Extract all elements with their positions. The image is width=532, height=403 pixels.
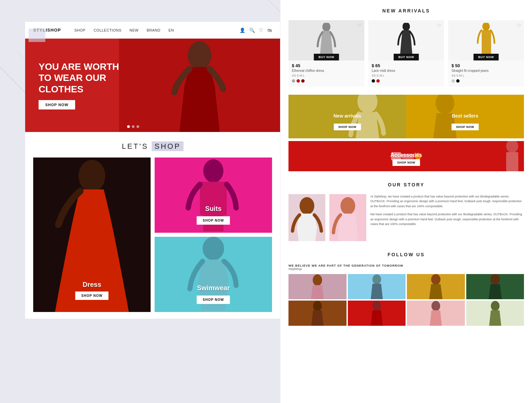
svg-rect-17 — [506, 152, 518, 171]
follow-subtitle: WE BELIEVE WE ARE PART OF THE GENERATION… — [288, 264, 524, 267]
buy-btn-2[interactable]: BUY NOW — [394, 54, 419, 60]
header-icons: 👤 🔍 ♡ 🛍 — [240, 28, 272, 33]
accessories-banner[interactable]: Accessories SHOP NOW — [288, 141, 524, 171]
sizes-3: XS S M L — [448, 74, 524, 79]
nav-collections[interactable]: COLLECTIONS — [94, 28, 121, 32]
suits-shop-btn[interactable]: SHOP NOW — [197, 216, 230, 225]
follow-item-5[interactable] — [288, 301, 347, 326]
story-image-2 — [329, 194, 366, 241]
hero-banner: YOU ARE WORTH TO WEAR OUR CLOTHES SHOP N… — [25, 39, 280, 132]
nav-brand[interactable]: BRAND — [147, 28, 160, 32]
color-dot[interactable] — [451, 79, 455, 83]
swimwear-shop-btn[interactable]: SHOP NOW — [197, 296, 230, 304]
follow-item-2[interactable] — [348, 274, 406, 299]
hero-model-svg — [153, 39, 247, 132]
svg-point-16 — [506, 141, 518, 153]
follow-title: FOLLOW US — [288, 252, 524, 257]
arrival-card-2: ♡ BUY NOW $ 65 Lace midi dress XS S M L — [368, 20, 444, 87]
svg-point-29 — [490, 274, 500, 285]
hero-dot-2[interactable] — [132, 125, 135, 128]
swimwear-card[interactable]: Swimwear SHOP NOW — [155, 237, 272, 312]
follow-section: FOLLOW US WE BELIEVE WE ARE PART OF THE … — [280, 247, 532, 332]
suits-label: Suits — [205, 205, 222, 213]
follow-item-7[interactable] — [407, 301, 465, 326]
arrival-img-2: ♡ BUY NOW — [368, 20, 444, 60]
accent-rect — [29, 29, 45, 42]
cat-best-label: Best sellers — [452, 113, 478, 119]
sizes-1: XS S M L — [288, 74, 364, 79]
product-3-svg — [477, 23, 495, 58]
follow-item-1[interactable] — [288, 274, 347, 299]
svg-point-21 — [340, 197, 355, 215]
buy-btn-3[interactable]: BUY NOW — [474, 54, 499, 60]
svg-point-37 — [491, 301, 499, 311]
hero-dots — [127, 125, 139, 128]
arrival-card-3: ♡ BUY NOW $ 50 Straight fit cropped jean… — [448, 20, 524, 87]
wishlist-3[interactable]: ♡ — [517, 23, 521, 28]
follow-item-8[interactable] — [466, 301, 524, 326]
svg-rect-12 — [482, 30, 491, 42]
arrival-img-1: ♡ BUY NOW — [288, 20, 364, 60]
cart-icon[interactable]: 🛍 — [267, 28, 272, 33]
color-dot[interactable] — [456, 79, 460, 83]
buy-btn-1[interactable]: BUY NOW — [314, 54, 339, 60]
color-dot[interactable] — [372, 79, 375, 83]
dress-card[interactable]: Dress SHOP NOW — [33, 158, 151, 312]
svg-point-14 — [358, 95, 378, 113]
follow-item-6[interactable] — [348, 301, 406, 326]
dress-shop-btn[interactable]: SHOP NOW — [75, 292, 108, 300]
title-highlight: SHOP — [152, 141, 183, 151]
color-dot[interactable] — [301, 79, 305, 83]
price-1: $ 45 — [288, 60, 364, 69]
product-1-svg — [316, 23, 336, 58]
cat-best-sellers[interactable]: Best sellers SHOP NOW — [406, 95, 524, 138]
hero-dot-3[interactable] — [137, 125, 139, 128]
wishlist-1[interactable]: ♡ — [357, 23, 362, 28]
search-icon[interactable]: 🔍 — [249, 28, 255, 33]
svg-point-3 — [188, 41, 211, 70]
color-dot[interactable] — [376, 79, 380, 83]
nav-shop[interactable]: SHOP — [74, 28, 86, 32]
wishlist-icon[interactable]: ♡ — [259, 28, 263, 33]
hero-dot-1[interactable] — [127, 125, 130, 128]
hero-cta-button[interactable]: SHOP NOW — [39, 100, 75, 109]
swimwear-label: Swimwear — [197, 284, 230, 292]
lets-shop-section: LET'S SHOP Dress SHOP NOW — [25, 132, 280, 319]
svg-point-15 — [436, 95, 455, 114]
follow-row-2 — [288, 301, 524, 326]
nav-new[interactable]: NEW — [129, 28, 139, 32]
story-text: At Stylishop, we have created a product … — [370, 194, 524, 230]
hero-content: YOU ARE WORTH TO WEAR OUR CLOTHES SHOP N… — [25, 51, 139, 120]
name-1: Ethereal chiffon dress — [288, 69, 364, 74]
arrival-img-3: ♡ BUY NOW — [448, 20, 524, 60]
color-dot[interactable] — [292, 79, 295, 83]
cat-new-arrivals[interactable]: New arrivals SHOP NOW — [288, 95, 406, 138]
nav-lang[interactable]: EN — [168, 28, 174, 32]
sizes-2: XS S M L — [368, 74, 444, 79]
title-before: LET'S — [122, 142, 152, 150]
category-row: New arrivals SHOP NOW Best sellers SHOP … — [288, 95, 524, 138]
wishlist-2[interactable]: ♡ — [437, 23, 441, 28]
price-3: $ 50 — [448, 60, 524, 69]
follow-hashtag[interactable]: #stylishop — [288, 267, 524, 271]
our-story-section: OUR STORY — [280, 177, 532, 247]
cat-new-btn[interactable]: SHOP NOW — [334, 124, 361, 130]
svg-point-8 — [203, 237, 224, 260]
accessories-btn[interactable]: SHOP NOW — [392, 159, 420, 166]
arrival-card-1: ♡ BUY NOW $ 45 Ethereal chiffon dress XS… — [288, 20, 364, 87]
svg-point-11 — [482, 23, 490, 31]
price-2: $ 65 — [368, 60, 444, 69]
follow-item-4[interactable] — [466, 274, 524, 299]
site-header: STYLISHOP SHOP COLLECTIONS NEW BRAND EN … — [25, 22, 280, 39]
dress-label: Dress — [83, 281, 101, 288]
main-panel: STYLISHOP SHOP COLLECTIONS NEW BRAND EN … — [25, 22, 280, 319]
name-2: Lace midi dress — [368, 69, 444, 74]
user-icon[interactable]: 👤 — [240, 28, 245, 33]
cat-best-btn[interactable]: SHOP NOW — [451, 124, 479, 130]
story-image-1 — [288, 194, 325, 241]
svg-point-19 — [300, 197, 314, 215]
follow-item-3[interactable] — [407, 274, 465, 299]
lets-shop-grid: Dress SHOP NOW Suits SHOP NOW — [33, 158, 272, 312]
suits-card[interactable]: Suits SHOP NOW — [155, 158, 272, 233]
color-dot[interactable] — [297, 79, 300, 83]
